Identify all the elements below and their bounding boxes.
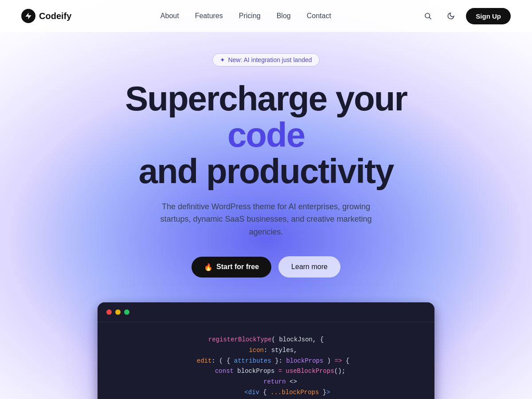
moon-icon xyxy=(447,12,455,20)
hero-section: ✦ New: AI integration just landed Superc… xyxy=(0,32,532,399)
nav-pricing[interactable]: Pricing xyxy=(239,12,261,20)
window-dot-green xyxy=(124,309,129,315)
nav-actions: Sign Up xyxy=(420,8,511,24)
code-window: registerBlockType( blockJson, { icon: st… xyxy=(98,302,434,399)
hero-title-line2: and productivity xyxy=(139,152,394,191)
hero-subtitle: The definitive WordPress theme for AI en… xyxy=(146,200,386,239)
learn-more-button[interactable]: Learn more xyxy=(278,256,340,278)
svg-point-0 xyxy=(425,13,430,18)
badge-icon: ✦ xyxy=(220,56,225,63)
nav-about[interactable]: About xyxy=(160,12,179,20)
code-editor: registerBlockType( blockJson, { icon: st… xyxy=(98,322,434,399)
code-line-3: edit: ( { attributes }: blockProps ) => … xyxy=(112,356,420,367)
code-line-5: return <> xyxy=(112,377,420,387)
logo-icon xyxy=(21,9,35,23)
hero-title-accent: code xyxy=(227,115,305,154)
hero-cta-group: 🔥 Start for free Learn more xyxy=(192,256,340,278)
badge-text: New: AI integration just landed xyxy=(228,56,312,63)
code-line-4: const blockProps = useBlockProps(); xyxy=(112,366,420,377)
window-dot-red xyxy=(106,309,112,315)
code-line-2: icon: styles, xyxy=(112,345,420,356)
nav-links: About Features Pricing Blog Contact xyxy=(160,12,331,20)
window-dot-yellow xyxy=(115,309,121,315)
search-button[interactable] xyxy=(420,8,436,24)
search-icon xyxy=(424,12,432,20)
nav-contact[interactable]: Contact xyxy=(307,12,331,20)
learn-more-label: Learn more xyxy=(291,263,328,271)
code-line-6: <div { ...blockProps }> xyxy=(112,387,420,398)
hero-title: Supercharge your code and productivity xyxy=(89,81,443,190)
brand-name: Codeify xyxy=(39,11,71,21)
signup-button[interactable]: Sign Up xyxy=(466,8,511,24)
fire-icon: 🔥 xyxy=(204,263,213,271)
dark-mode-button[interactable] xyxy=(443,8,459,24)
window-titlebar xyxy=(98,302,434,322)
nav-blog[interactable]: Blog xyxy=(277,12,291,20)
svg-line-1 xyxy=(430,17,431,19)
navbar: Codeify About Features Pricing Blog Cont… xyxy=(0,0,532,32)
code-line-1: registerBlockType( blockJson, { xyxy=(112,335,420,345)
logo-link[interactable]: Codeify xyxy=(21,9,71,23)
announcement-badge[interactable]: ✦ New: AI integration just landed xyxy=(212,53,319,66)
start-free-button[interactable]: 🔥 Start for free xyxy=(192,257,271,278)
nav-features[interactable]: Features xyxy=(195,12,223,20)
start-free-label: Start for free xyxy=(216,263,259,271)
